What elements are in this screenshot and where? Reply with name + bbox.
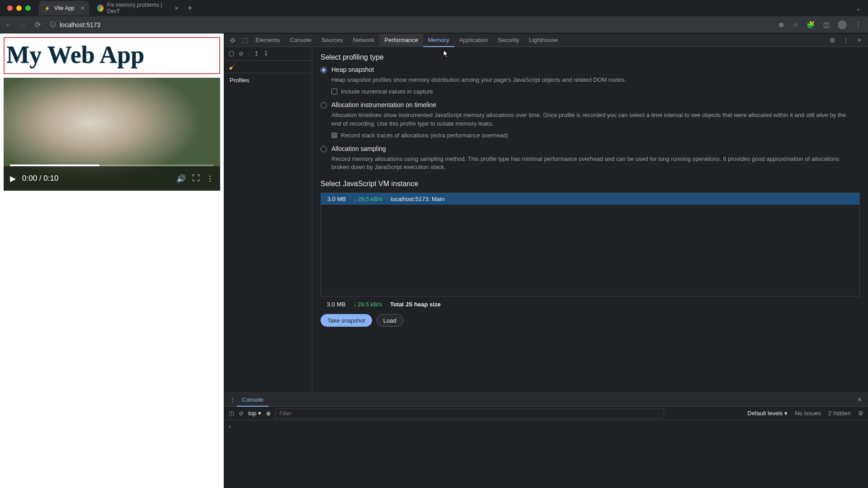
minimize-window-icon[interactable] — [16, 5, 22, 11]
tab-sources[interactable]: Sources — [316, 33, 348, 47]
bookmark-icon[interactable]: ☆ — [793, 21, 798, 29]
close-tab-icon[interactable]: × — [80, 5, 84, 12]
video-controls: ▶ 0:00 / 0:10 🔊 ⛶ ⋮ — [4, 166, 220, 191]
option-allocation-timeline[interactable]: Allocation instrumentation on timeline — [321, 101, 860, 108]
devtools-panel: ⯐ ⬚ Elements Console Sources Network Per… — [224, 33, 868, 488]
zoom-icon[interactable]: ⊕ — [778, 21, 784, 29]
tab-application[interactable]: Application — [454, 33, 493, 47]
memory-sidebar: ⊘ | ↥ ↧ 🧹 Profiles — [224, 47, 312, 393]
vm-rate: 29.5 kB/s — [354, 196, 382, 202]
console-prompt[interactable] — [229, 423, 863, 430]
inspect-element-icon[interactable]: ⯐ — [227, 37, 239, 44]
heap-total-row: 3.0 MB 29.5 kB/s Total JS heap size — [321, 296, 860, 314]
option-heap-snapshot[interactable]: Heap snapshot — [321, 66, 860, 73]
option-label: Allocation instrumentation on timeline — [331, 101, 436, 108]
option-label: Allocation sampling — [331, 145, 386, 152]
video-time: 0:00 / 0:10 — [22, 174, 58, 183]
select-profiling-type-heading: Select profiling type — [321, 53, 860, 61]
upload-icon[interactable]: ↥ — [254, 50, 259, 57]
hidden-count[interactable]: 2 hidden — [828, 410, 851, 417]
memory-main: Select profiling type Heap snapshot Heap… — [312, 47, 868, 393]
log-levels-selector[interactable]: Default levels ▾ — [747, 410, 788, 417]
vm-instance-list: 3.0 MB 29.5 kB/s localhost:5173: Main — [321, 192, 860, 296]
download-icon[interactable]: ↧ — [264, 50, 269, 57]
option-description: Allocation timelines show instrumented J… — [331, 111, 856, 128]
console-settings-icon[interactable]: ⚙ — [858, 410, 863, 417]
browser-tab-inactive[interactable]: Fix memory problems | DevT × — [93, 1, 183, 15]
play-icon[interactable]: ▶ — [10, 174, 16, 183]
device-toolbar-icon[interactable]: ⬚ — [239, 37, 250, 44]
checkbox-icon[interactable] — [331, 132, 337, 138]
tab-elements[interactable]: Elements — [250, 33, 285, 47]
record-icon[interactable] — [229, 51, 234, 56]
record-stack-traces-checkbox[interactable]: Record stack traces of allocations (extr… — [331, 132, 860, 139]
vm-instance-row[interactable]: 3.0 MB 29.5 kB/s localhost:5173: Main — [321, 193, 859, 205]
tab-security[interactable]: Security — [493, 33, 524, 47]
video-player[interactable]: ▶ 0:00 / 0:10 🔊 ⛶ ⋮ — [4, 78, 220, 191]
chevron-down-icon: ▾ — [784, 410, 788, 417]
memory-toolbar: ⊘ | ↥ ↧ — [224, 47, 312, 61]
devtools-tabbar: ⯐ ⬚ Elements Console Sources Network Per… — [224, 33, 868, 47]
browser-tab-active[interactable]: ⚡ Vite App × — [39, 1, 89, 15]
include-numerical-checkbox[interactable]: Include numerical values in capture — [331, 88, 860, 95]
take-snapshot-button[interactable]: Take snapshot — [321, 314, 372, 327]
chrome-favicon-icon — [97, 5, 104, 12]
tab-lighthouse[interactable]: Lighthouse — [524, 33, 563, 47]
fullscreen-icon[interactable]: ⛶ — [192, 174, 200, 183]
drawer-menu-icon[interactable]: ⋮ — [228, 396, 237, 403]
gc-icon[interactable]: 🧹 — [229, 63, 236, 70]
chevron-down-icon: ▾ — [258, 410, 261, 417]
video-menu-icon[interactable]: ⋮ — [206, 174, 214, 183]
close-window-icon[interactable] — [7, 5, 13, 11]
levels-label: Default levels — [747, 410, 783, 417]
console-filter-input[interactable] — [275, 408, 664, 418]
load-button[interactable]: Load — [377, 314, 403, 327]
devtools-settings-icon[interactable]: ⚙ — [826, 37, 838, 44]
profile-avatar-icon[interactable] — [838, 20, 847, 29]
back-button[interactable]: ← — [4, 21, 14, 29]
tab-title: Vite App — [54, 5, 74, 11]
extensions-icon[interactable]: 🧩 — [807, 21, 815, 29]
page-hero: My Web App — [4, 37, 220, 74]
option-label: Heap snapshot — [331, 66, 374, 73]
live-expression-icon[interactable]: ◉ — [266, 410, 271, 417]
tab-memory[interactable]: Memory — [423, 33, 454, 47]
reload-button[interactable]: ⟳ — [33, 20, 42, 29]
console-sidebar-toggle-icon[interactable]: ◫ — [229, 410, 234, 417]
tab-network[interactable]: Network — [348, 33, 380, 47]
forward-button[interactable]: → — [18, 21, 28, 29]
issues-link[interactable]: No Issues — [795, 410, 821, 417]
devtools-close-icon[interactable]: × — [854, 37, 865, 44]
tab-overflow-icon[interactable]: ⌄ — [851, 5, 865, 12]
option-allocation-sampling[interactable]: Allocation sampling — [321, 145, 860, 152]
address-bar: ← → ⟳ ⓘ localhost:5173 ⊕ ☆ 🧩 ◫ ⋮ — [0, 16, 868, 33]
clear-icon[interactable]: ⊘ — [239, 50, 244, 57]
url-text[interactable]: localhost:5173 — [60, 21, 100, 28]
drawer-close-icon[interactable]: × — [855, 396, 864, 404]
new-tab-button[interactable]: + — [183, 4, 197, 13]
tab-performance[interactable]: Performance — [379, 33, 423, 47]
checkbox-icon[interactable] — [331, 89, 337, 94]
console-output[interactable] — [224, 420, 868, 488]
close-tab-icon[interactable]: × — [175, 5, 178, 12]
console-toolbar: ◫ ⊘ top ▾ ◉ Default levels ▾ No Issues 2… — [224, 407, 868, 420]
radio-icon[interactable] — [321, 146, 327, 152]
browser-menu-icon[interactable]: ⋮ — [855, 21, 862, 29]
site-info-icon[interactable]: ⓘ — [50, 21, 56, 29]
drawer-tabbar: ⋮ Console × — [224, 393, 868, 407]
maximize-window-icon[interactable] — [25, 5, 31, 11]
volume-icon[interactable]: 🔊 — [176, 174, 186, 183]
drawer-tab-console[interactable]: Console — [237, 393, 269, 407]
devtools-menu-icon[interactable]: ⋮ — [840, 37, 852, 44]
sidepanel-icon[interactable]: ◫ — [823, 21, 830, 29]
tab-console[interactable]: Console — [285, 33, 316, 47]
radio-icon[interactable] — [321, 102, 327, 108]
page-title: My Web App — [5, 38, 219, 73]
checkbox-label: Record stack traces of allocations (extr… — [341, 132, 508, 139]
context-selector[interactable]: top ▾ — [248, 410, 261, 417]
tab-title: Fix memory problems | DevT — [107, 2, 169, 14]
clear-console-icon[interactable]: ⊘ — [239, 410, 244, 417]
memory-toolbar-2: 🧹 — [224, 61, 312, 73]
option-description: Heap snapshot profiles show memory distr… — [331, 76, 856, 84]
radio-icon[interactable] — [321, 67, 327, 73]
